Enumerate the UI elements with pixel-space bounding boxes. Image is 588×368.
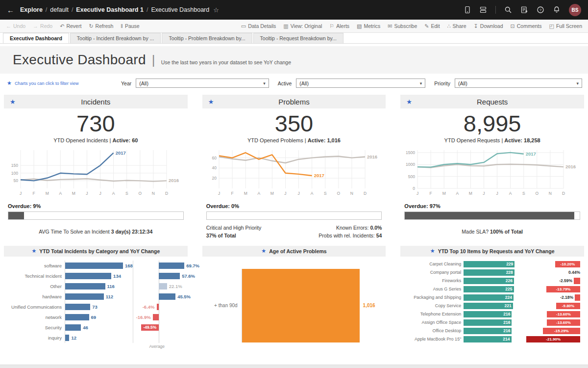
refresh-button[interactable]: ↻Refresh xyxy=(89,23,113,29)
year-select[interactable]: (All)▾ xyxy=(136,79,269,88)
yoy-bar[interactable] xyxy=(159,283,167,289)
yoy-bar[interactable]: -9.80% xyxy=(556,303,580,309)
count-bar[interactable] xyxy=(65,335,69,341)
breadcrumb-explore[interactable]: Explore xyxy=(20,6,43,13)
request-bar[interactable]: 226 xyxy=(464,278,514,284)
data-source-icon[interactable] xyxy=(479,6,487,14)
yoy-bar[interactable] xyxy=(575,294,580,301)
request-row[interactable]: Copy Service221-9.80% xyxy=(403,302,581,310)
request-row[interactable]: Office Desktop216-15.29% xyxy=(403,327,581,335)
redo-button[interactable]: →Redo xyxy=(33,23,52,29)
yoy-bar[interactable] xyxy=(153,314,159,320)
count-bar[interactable] xyxy=(65,263,123,269)
metrics-button[interactable]: ▧Metrics xyxy=(357,23,380,29)
subscribe-button[interactable]: ✉Subscribe xyxy=(388,23,417,29)
category-row[interactable]: software16869.7% xyxy=(7,261,185,271)
favorite-star-icon[interactable]: ☆ xyxy=(213,6,219,14)
request-row[interactable]: Company portal2280.44% xyxy=(403,268,581,277)
pause-button[interactable]: ‖Pause xyxy=(121,23,139,29)
yoy-bar[interactable] xyxy=(159,273,180,279)
share-button[interactable]: ∴Share xyxy=(447,23,466,29)
requests-line-chart[interactable]: 05001000150020172016JFMAMJJASOND xyxy=(401,146,584,197)
download-button[interactable]: ↧Download xyxy=(474,23,503,29)
request-row[interactable]: Telephone Extension216-13.60% xyxy=(403,310,581,318)
request-value: 226 xyxy=(506,278,514,283)
yoy-bar[interactable]: -13.79% xyxy=(546,286,580,292)
category-row[interactable]: Unified Communications73-6.4% xyxy=(7,302,185,312)
count-bar[interactable] xyxy=(65,273,111,279)
full-screen-button[interactable]: ◰Full Screen xyxy=(549,23,582,29)
yoy-bar[interactable] xyxy=(159,293,175,300)
yoy-bar[interactable]: -13.60% xyxy=(547,311,580,317)
request-bar[interactable]: 216 xyxy=(464,319,512,326)
edit-button[interactable]: ✎Edit xyxy=(424,23,440,29)
problems-line-chart[interactable]: 20406020172016JFMAMJJASOND xyxy=(202,146,386,197)
tab-tooltip-request[interactable]: Tooltip - Request Breakdown by... xyxy=(253,33,343,43)
yoy-bar[interactable]: -13.60% xyxy=(547,319,580,326)
category-row[interactable]: hardware11245.5% xyxy=(7,291,185,302)
full-screen-icon: ◰ xyxy=(549,23,554,29)
problems-overdue-bar xyxy=(206,211,382,220)
category-row[interactable]: Technical Incident13457.6% xyxy=(7,271,185,281)
yoy-bar[interactable] xyxy=(159,263,184,269)
tab-tooltip-problem[interactable]: Tooltip - Problem Breakdown by... xyxy=(162,33,252,43)
page-bottom-strip xyxy=(0,365,588,368)
yoy-bar[interactable]: -15.29% xyxy=(543,328,580,334)
request-bar[interactable]: 216 xyxy=(464,311,512,317)
request-bar[interactable]: 229 xyxy=(464,261,514,267)
request-bar[interactable]: 228 xyxy=(464,269,514,276)
favorites-list-icon[interactable] xyxy=(520,6,528,14)
request-row[interactable]: Packaging and Shipping224-2.18% xyxy=(403,293,581,302)
tab-tooltip-incident[interactable]: Tooltip - Incident Breakdown by ... xyxy=(70,33,161,43)
help-icon[interactable]: ? xyxy=(537,6,544,14)
device-preview-icon[interactable] xyxy=(464,6,471,14)
svg-text:M: M xyxy=(72,191,75,196)
breadcrumb-workbook[interactable]: Executive Dashboard 1 xyxy=(76,6,144,13)
avatar[interactable]: BS xyxy=(569,4,581,16)
request-row[interactable]: Carpet Cleaning229-10.20% xyxy=(403,260,581,268)
count-bar[interactable] xyxy=(65,324,81,331)
request-bar[interactable]: 214 xyxy=(464,336,511,342)
request-bar[interactable]: 224 xyxy=(464,294,514,301)
request-bar[interactable]: 216 xyxy=(464,328,512,334)
active-select[interactable]: (All)▾ xyxy=(296,79,425,88)
request-row[interactable]: Apple MacBook Pro 15"214-21.90% xyxy=(403,335,581,343)
back-icon[interactable]: ← xyxy=(7,6,14,14)
request-row[interactable]: Fireworks226-2.59% xyxy=(403,277,581,285)
category-row[interactable]: network69-16.9% xyxy=(7,312,185,322)
view-original-button[interactable]: ▥View: Original xyxy=(283,23,322,29)
revert-button[interactable]: ↶Revert xyxy=(60,23,81,29)
count-bar[interactable] xyxy=(65,314,89,320)
request-bar[interactable]: 225 xyxy=(464,286,514,292)
data-details-button[interactable]: ▭Data Details xyxy=(241,23,276,29)
priority-select[interactable]: (All)▾ xyxy=(455,79,582,88)
alerts-button[interactable]: ⚐Alerts xyxy=(329,23,349,29)
yoy-bar[interactable] xyxy=(574,278,580,284)
count-bar-area: 134 xyxy=(65,271,133,281)
breadcrumb-view[interactable]: Executive Dashboard xyxy=(151,6,209,13)
category-row[interactable]: Security46-49.5% xyxy=(7,322,185,333)
incidents-line-chart[interactable]: 5010015020172016JFMAMJJASOND xyxy=(4,146,187,197)
request-row[interactable]: Asus G Series225-13.79% xyxy=(403,285,581,293)
title-separator: | xyxy=(152,53,155,68)
category-row[interactable]: Other11622.1% xyxy=(7,281,185,291)
request-bar[interactable]: 221 xyxy=(464,303,513,309)
undo-button[interactable]: ←Undo xyxy=(6,23,25,29)
count-bar[interactable] xyxy=(65,293,104,300)
count-bar[interactable] xyxy=(65,283,105,289)
category-row[interactable]: inquiry12 xyxy=(7,333,185,343)
count-bar[interactable] xyxy=(65,304,90,310)
yoy-bar[interactable] xyxy=(157,304,159,310)
age-bar[interactable] xyxy=(242,269,360,342)
tab-executive-dashboard[interactable]: Executive Dashboard xyxy=(3,33,69,43)
bell-icon[interactable] xyxy=(553,6,561,14)
search-icon[interactable] xyxy=(504,6,512,14)
breadcrumb-project[interactable]: default xyxy=(50,6,69,13)
count-value: 46 xyxy=(83,325,88,330)
svg-text:M: M xyxy=(244,191,247,196)
yoy-bar[interactable]: -21.90% xyxy=(526,336,580,342)
comments-button[interactable]: ⊡Comments xyxy=(511,23,542,29)
request-row[interactable]: Assign Office Space216-13.60% xyxy=(403,318,581,327)
yoy-bar[interactable]: -10.20% xyxy=(555,261,580,267)
yoy-bar[interactable]: -49.5% xyxy=(141,324,159,331)
